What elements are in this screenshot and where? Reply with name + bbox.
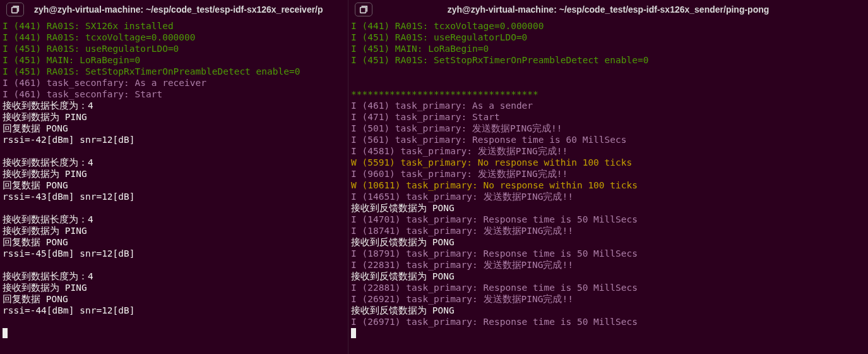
terminal-line: I (4581) task_primary: 发送数据PING完成!! <box>351 145 865 157</box>
terminal-line: I (561) task_primary: Response time is 6… <box>351 134 865 145</box>
new-tab-button[interactable] <box>355 3 372 16</box>
new-tab-button[interactable] <box>6 3 24 16</box>
terminal-line: I (451) RA01S: SetStopRxTimerOnPreambleD… <box>351 54 865 66</box>
terminal-line: I (14651) task_primary: 发送数据PING完成!! <box>351 191 865 202</box>
terminal-line: 接收到数据长度为：4 <box>3 157 345 168</box>
terminal-cursor-line <box>3 327 345 339</box>
terminal-line: 回复数据 PONG <box>3 293 345 305</box>
terminal-line: I (26971) task_primary: Response time is… <box>351 316 865 327</box>
terminal-line <box>3 202 345 214</box>
window-title-right: zyh@zyh-virtual-machine: ~/esp/code_test… <box>448 4 770 15</box>
terminal-line: I (18791) task_primary: Response time is… <box>351 248 865 259</box>
terminal-line: 接收到反馈数据为 PONG <box>351 271 865 282</box>
terminal-line: rssi=-45[dBm] snr=12[dB] <box>3 248 345 259</box>
window-title-left: zyh@zyh-virtual-machine: ~/esp/code_test… <box>34 4 323 15</box>
terminal-line: I (471) task_primary: Start <box>351 111 865 123</box>
cursor <box>351 328 356 338</box>
terminal-line: rssi=-43[dBm] snr=12[dB] <box>3 191 345 202</box>
terminal-line: I (501) task_primary: 发送数据PING完成!! <box>351 123 865 134</box>
terminal-line: 接收到数据长度为：4 <box>3 214 345 225</box>
terminal-line: I (461) task_seconfary: As a receiver <box>3 77 345 88</box>
terminal-line: 接收到数据为 PING <box>3 282 345 293</box>
terminal-pane-receiver: zyh@zyh-virtual-machine: ~/esp/code_test… <box>0 0 348 354</box>
terminal-line: 回复数据 PONG <box>3 236 345 248</box>
terminal-line: rssi=-44[dBm] snr=12[dB] <box>3 305 345 316</box>
terminal-cursor-line <box>351 327 865 339</box>
terminal-line <box>3 145 345 157</box>
terminal-line: I (22831) task_primary: 发送数据PING完成!! <box>351 259 865 271</box>
terminal-line: ********************************** <box>351 88 865 100</box>
titlebar-right: zyh@zyh-virtual-machine: ~/esp/code_test… <box>348 0 868 19</box>
terminal-line <box>351 77 865 88</box>
terminal-line: I (14701) task_primary: Response time is… <box>351 214 865 225</box>
terminal-line: I (461) task_seconfary: Start <box>3 88 345 100</box>
terminal-output-right[interactable]: I (441) RA01S: tcxoVoltage=0.000000I (45… <box>348 19 868 341</box>
terminal-line: rssi=-42[dBm] snr=12[dB] <box>3 134 345 145</box>
terminal-line: I (22881) task_primary: Response time is… <box>351 282 865 293</box>
terminal-line: 回复数据 PONG <box>3 123 345 134</box>
new-tab-icon <box>359 5 368 14</box>
terminal-line: 回复数据 PONG <box>3 180 345 191</box>
terminal-line: I (451) MAIN: LoRaBegin=0 <box>351 43 865 54</box>
terminal-line: I (451) RA01S: useRegulatorLDO=0 <box>3 43 345 54</box>
svg-rect-0 <box>12 8 18 13</box>
terminal-line: I (18741) task_primary: 发送数据PING完成!! <box>351 225 865 236</box>
terminal-line: 接收到数据为 PING <box>3 111 345 123</box>
terminal-line: I (451) RA01S: SetStopRxTimerOnPreambleD… <box>3 66 345 77</box>
terminal-line: 接收到数据为 PING <box>3 168 345 180</box>
terminal-line: I (451) RA01S: useRegulatorLDO=0 <box>351 32 865 43</box>
terminal-line: I (441) RA01S: tcxoVoltage=0.000000 <box>351 20 865 32</box>
terminal-line: W (5591) task_primary: No response withi… <box>351 157 865 168</box>
new-tab-icon <box>11 5 20 14</box>
terminal-line: I (9601) task_primary: 发送数据PING完成!! <box>351 168 865 180</box>
svg-rect-1 <box>360 8 366 13</box>
terminal-line: I (441) RA01S: tcxoVoltage=0.000000 <box>3 32 345 43</box>
terminal-line: 接收到数据为 PING <box>3 225 345 236</box>
titlebar-left: zyh@zyh-virtual-machine: ~/esp/code_test… <box>0 0 348 19</box>
terminal-line: I (26921) task_primary: 发送数据PING完成!! <box>351 293 865 305</box>
terminal-line: I (451) MAIN: LoRaBegin=0 <box>3 54 345 66</box>
terminal-pane-sender: zyh@zyh-virtual-machine: ~/esp/code_test… <box>348 0 868 354</box>
terminal-line <box>3 316 345 327</box>
terminal-line: 接收到数据长度为：4 <box>3 100 345 111</box>
terminal-line: W (10611) task_primary: No response with… <box>351 180 865 191</box>
terminal-line: I (461) task_primary: As a sender <box>351 100 865 111</box>
terminal-line <box>351 66 865 77</box>
terminal-line: 接收到反馈数据为 PONG <box>351 305 865 316</box>
terminal-output-left[interactable]: I (441) RA01S: SX126x installedI (441) R… <box>0 19 348 341</box>
terminal-line: I (441) RA01S: SX126x installed <box>3 20 345 32</box>
terminal-line <box>3 259 345 271</box>
terminal-line: 接收到反馈数据为 PONG <box>351 202 865 214</box>
cursor <box>3 328 8 338</box>
terminal-line: 接收到反馈数据为 PONG <box>351 236 865 248</box>
terminal-line: 接收到数据长度为：4 <box>3 271 345 282</box>
